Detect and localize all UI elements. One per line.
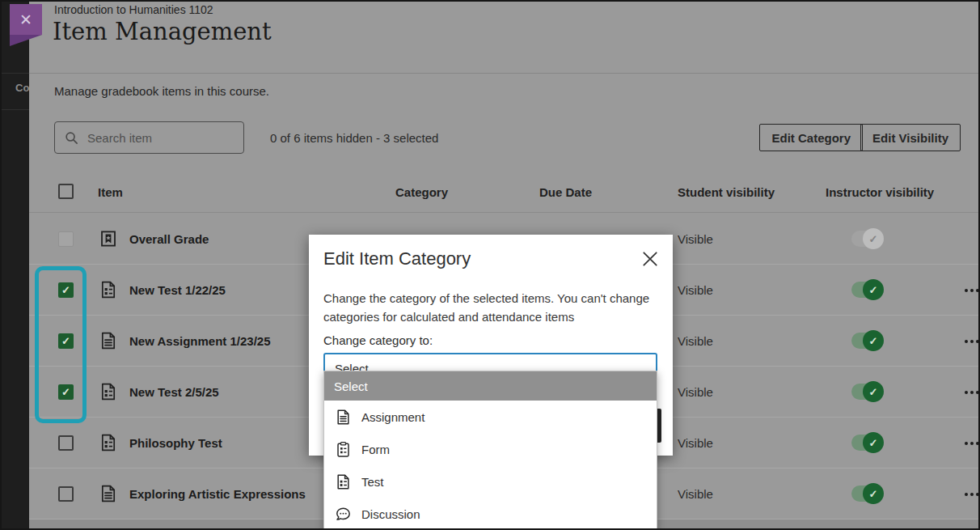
assignment-icon [335,409,352,426]
close-icon: ✕ [19,11,32,29]
row-menu-button[interactable] [965,469,979,519]
toggle-check-icon: ✓ [863,330,884,351]
instructor-visibility-toggle[interactable]: ✓ [851,333,882,349]
test-icon [99,433,118,452]
item-name: New Test 2/5/25 [129,367,219,418]
discussion-icon [335,506,352,523]
instructor-visibility-toggle[interactable]: ✓ [851,384,882,400]
assignment-icon [99,484,118,503]
toggle-check-icon: ✓ [863,228,884,249]
row-menu-button[interactable] [965,418,979,469]
student-visibility-value: Visible [678,418,713,469]
category-field-label: Change category to: [323,333,433,347]
dropdown-option-select[interactable]: Select [324,371,657,401]
row-checkbox[interactable]: ✓ [58,384,74,400]
overall-grade-icon [99,229,118,248]
instructor-visibility-toggle[interactable]: ✓ [851,485,882,502]
purple-ribbon-notch [10,35,42,46]
toggle-check-icon: ✓ [863,381,884,402]
modal-title: Edit Item Category [323,248,471,269]
row-menu-button[interactable] [965,316,979,367]
test-icon [99,382,118,401]
left-sidebar[interactable]: Co [0,0,29,530]
close-panel-button[interactable]: ✕ [10,4,42,35]
option-label: Form [361,443,390,456]
option-label: Assignment [361,410,425,424]
sidebar-divider [0,109,29,110]
dropdown-option-assignment[interactable]: Assignment [324,401,657,433]
item-name: Exploring Artistic Expressions [129,469,306,519]
student-visibility-value: Visible [678,214,713,265]
toggle-check-icon: ✓ [863,432,884,453]
instructor-visibility-toggle[interactable]: ✓ [851,435,882,451]
sidebar-item-label: Co [15,82,29,94]
student-visibility-value: Visible [678,316,713,367]
screen: Introduction to Humanities 1102 Item Man… [0,0,980,530]
row-checkbox[interactable]: ✓ [58,333,74,349]
student-visibility-value: Visible [678,265,713,316]
modal-close-button[interactable] [641,250,659,268]
item-name: New Assignment 1/23/25 [129,316,271,367]
option-label: Discussion [361,507,420,521]
dropdown-option-form[interactable]: Form [324,433,657,465]
category-dropdown-menu: SelectAssignmentFormTestDiscussion [323,371,657,530]
toggle-check-icon: ✓ [863,279,884,300]
instructor-visibility-toggle[interactable]: ✓ [851,282,882,298]
student-visibility-value: Visible [678,469,713,519]
row-menu-button[interactable] [965,367,979,418]
row-checkbox [58,231,74,247]
item-name: New Test 1/22/25 [129,265,226,316]
sidebar-divider [0,73,29,74]
row-checkbox[interactable] [58,435,74,451]
item-name: Overall Grade [129,214,209,265]
option-label: Test [361,475,384,489]
assignment-icon [99,331,118,350]
toggle-check-icon: ✓ [863,483,884,504]
form-icon [335,441,352,458]
student-visibility-value: Visible [678,367,713,418]
row-checkbox[interactable] [58,486,74,502]
test-icon [99,280,118,299]
option-label: Select [334,379,368,393]
item-name: Philosophy Test [129,418,222,469]
row-menu-button[interactable] [965,265,979,316]
row-checkbox[interactable]: ✓ [58,282,74,298]
dropdown-option-discussion[interactable]: Discussion [324,498,657,530]
modal-description: Change the category of the selected item… [323,289,663,327]
dropdown-option-test[interactable]: Test [324,465,657,498]
test-icon [335,473,352,490]
instructor-visibility-toggle: ✓ [851,231,882,247]
